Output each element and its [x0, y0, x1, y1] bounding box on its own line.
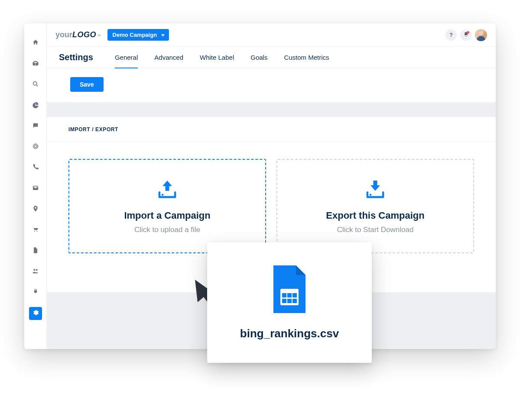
dragged-file-card: bing_rankings.csv	[207, 242, 372, 363]
gear-icon	[32, 309, 39, 318]
import-subtitle: Click to upload a file	[134, 226, 200, 234]
home-icon	[32, 39, 39, 48]
sidebar-item-home[interactable]	[29, 37, 42, 50]
svg-point-4	[36, 269, 37, 271]
svg-point-3	[33, 269, 35, 271]
sidebar-item-file[interactable]	[29, 245, 42, 258]
sidebar-item-dashboard[interactable]	[29, 58, 42, 71]
download-icon	[363, 178, 388, 202]
help-button[interactable]: ?	[445, 29, 457, 41]
svg-point-2	[34, 145, 36, 147]
piechart-icon	[32, 101, 39, 110]
search-icon	[32, 81, 39, 89]
save-button[interactable]: Save	[70, 77, 104, 92]
dragged-file-name: bing_rankings.csv	[240, 327, 339, 340]
mail-icon	[32, 184, 39, 193]
phone-icon	[32, 164, 39, 172]
target-icon	[32, 143, 39, 152]
import-dropzone[interactable]: Import a Campaign Click to upload a file	[68, 159, 266, 253]
tab-label: Custom Metrics	[284, 54, 329, 61]
sidebar	[24, 23, 47, 349]
svg-rect-9	[287, 293, 292, 297]
tab-label: Goals	[250, 54, 267, 61]
svg-rect-12	[287, 299, 292, 303]
svg-point-5	[162, 194, 164, 196]
sidebar-item-mail[interactable]	[29, 182, 42, 195]
tab-general[interactable]: General	[115, 47, 138, 68]
sidebar-item-search[interactable]	[29, 78, 42, 91]
tab-label: General	[115, 54, 138, 61]
topbar-right: ?	[445, 29, 487, 41]
logo-main: LOGO	[72, 30, 96, 39]
campaign-selector[interactable]: Demo Campaign	[107, 29, 169, 41]
export-title: Export this Campaign	[326, 210, 424, 221]
upload-icon	[155, 178, 180, 202]
save-section: Save	[47, 68, 496, 102]
sidebar-item-chat[interactable]	[29, 120, 42, 133]
plug-icon	[32, 288, 39, 297]
sidebar-item-settings[interactable]	[29, 307, 42, 320]
topbar: yourLOGO™ Demo Campaign ?	[47, 23, 496, 47]
logo-tm: ™	[97, 34, 101, 38]
notifications-button[interactable]	[460, 29, 471, 41]
tab-label: Advanced	[154, 54, 183, 61]
sidebar-item-users[interactable]	[29, 265, 42, 278]
file-icon	[32, 247, 39, 255]
location-icon	[32, 205, 39, 214]
sidebar-item-target[interactable]	[29, 141, 42, 154]
export-dropzone[interactable]: Export this Campaign Click to Start Down…	[276, 159, 474, 253]
panel-header: IMPORT / EXPORT	[47, 117, 496, 142]
svg-point-0	[33, 82, 36, 85]
svg-rect-13	[292, 299, 297, 303]
sidebar-item-plugin[interactable]	[29, 286, 42, 299]
gauge-icon	[32, 60, 39, 68]
svg-rect-8	[282, 293, 286, 297]
svg-rect-10	[292, 293, 297, 297]
tab-advanced[interactable]: Advanced	[154, 47, 183, 68]
tab-custom-metrics[interactable]: Custom Metrics	[284, 47, 329, 68]
tab-label: White Label	[200, 54, 234, 61]
sidebar-item-location[interactable]	[29, 203, 42, 216]
cart-icon	[32, 226, 39, 235]
logo: yourLOGO™	[55, 30, 101, 39]
chat-icon	[32, 122, 39, 131]
avatar[interactable]	[475, 29, 487, 41]
svg-rect-11	[282, 299, 286, 303]
page-title: Settings	[59, 52, 93, 62]
sidebar-item-phone[interactable]	[29, 162, 42, 174]
campaign-selector-label: Demo Campaign	[113, 32, 157, 38]
subheader: Settings General Advanced White Label Go…	[47, 47, 496, 68]
logo-prefix: your	[55, 30, 72, 39]
sidebar-item-cart[interactable]	[29, 224, 42, 237]
help-icon: ?	[449, 32, 453, 38]
svg-point-1	[33, 144, 38, 149]
sidebar-item-analytics[interactable]	[29, 99, 42, 112]
users-icon	[32, 268, 39, 276]
export-subtitle: Click to Start Download	[337, 226, 414, 234]
notifications-dot	[467, 31, 469, 34]
spreadsheet-file-icon	[270, 265, 309, 315]
tab-white-label[interactable]: White Label	[200, 47, 234, 68]
import-title: Import a Campaign	[124, 210, 210, 221]
svg-point-6	[370, 194, 372, 196]
tab-goals[interactable]: Goals	[250, 47, 267, 68]
